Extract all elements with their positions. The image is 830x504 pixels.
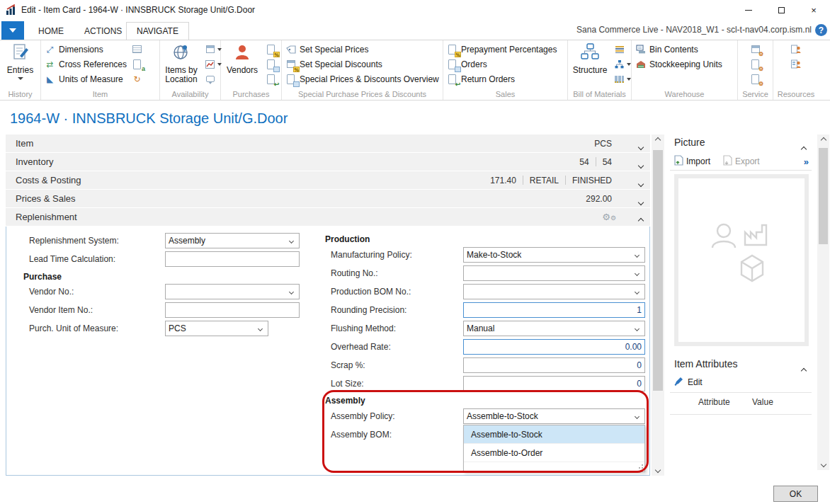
fasttab-item[interactable]: Item PCS xyxy=(6,134,650,152)
rounding-precision-input[interactable] xyxy=(463,302,645,318)
expand-chevron-icon[interactable] xyxy=(638,144,644,150)
collapse-chevron-icon[interactable] xyxy=(801,368,807,374)
special-prices-discounts-overview-button[interactable]: Special Prices & Discounts Overview xyxy=(285,71,440,86)
posting-group-value: RETAIL xyxy=(530,176,559,185)
bin-contents-icon xyxy=(635,44,647,55)
set-special-prices-button[interactable]: Set Special Prices xyxy=(285,42,440,57)
group-label-availability: Availability xyxy=(160,90,220,98)
scrap-pct-input[interactable] xyxy=(463,357,645,373)
expand-chevron-icon[interactable] xyxy=(638,200,644,205)
inventory-posting-group-value: FINISHED xyxy=(572,176,612,185)
prepayment-percentages-button[interactable]: % Prepayment Percentages xyxy=(446,42,564,57)
fasttab-replenishment[interactable]: Replenishment ⚙⚙ xyxy=(6,208,650,226)
fasttab-costs-posting[interactable]: Costs & Posting 171.40 RETAIL FINISHED xyxy=(6,171,650,189)
items-by-location-label: Items by Location xyxy=(165,66,197,84)
factbox-scrollbar[interactable] xyxy=(817,134,829,470)
vendors-button[interactable]: Vendors xyxy=(224,42,261,86)
bom-where-used-icon[interactable] xyxy=(613,74,625,85)
purchase-prepayment-icon[interactable]: % xyxy=(265,44,277,55)
fasttab-inventory[interactable]: Inventory 54 54 xyxy=(6,153,650,171)
resource-skills-icon[interactable] xyxy=(790,59,802,70)
expand-chevron-icon[interactable] xyxy=(638,163,644,168)
import-button[interactable]: Import xyxy=(674,155,710,168)
cross-references-button[interactable]: ⇄ Cross References xyxy=(44,57,127,71)
bin-contents-button[interactable]: Bin Contents xyxy=(635,42,734,57)
purchase-return-orders-icon[interactable]: ↩ xyxy=(265,74,277,85)
bom-hierarchy-icon[interactable] xyxy=(613,59,625,70)
lead-time-calculation-input[interactable] xyxy=(165,251,300,267)
assembly-policy-combobox[interactable]: Assemble-to-Stock xyxy=(463,408,645,424)
fasttab-prices-sales[interactable]: Prices & Sales 292.00 xyxy=(6,190,650,207)
personalize-gears-icon[interactable]: ⚙⚙ xyxy=(602,212,616,222)
export-button[interactable]: Export xyxy=(723,155,760,168)
tab-home[interactable]: HOME xyxy=(28,22,74,40)
assembly-policy-label: Assembly Policy: xyxy=(331,411,395,421)
manufacturing-policy-value: Make-to-Stock xyxy=(467,250,635,260)
resource-person-icon[interactable] xyxy=(790,44,802,55)
option-label: Assemble-to-Stock xyxy=(471,430,542,440)
translations-icon[interactable]: a xyxy=(131,59,143,70)
orders-button[interactable]: Orders xyxy=(446,57,564,71)
group-label-service: Service xyxy=(738,90,773,98)
dimensions-button[interactable]: ⤢ Dimensions xyxy=(44,42,127,57)
units-of-measure-icon: ◣ xyxy=(44,74,56,85)
scroll-up-icon[interactable] xyxy=(655,137,661,143)
return-orders-button[interactable]: ↩ Return Orders xyxy=(446,71,564,86)
service-orders-icon[interactable]: ⚙ xyxy=(749,59,761,70)
ok-button[interactable]: OK xyxy=(773,486,818,502)
expand-chevron-icon[interactable] xyxy=(638,181,644,187)
production-bom-no-label: Production BOM No.: xyxy=(331,287,411,297)
set-special-discounts-button[interactable]: % Set Special Discounts xyxy=(285,57,440,71)
dropdown-option-assemble-to-order[interactable]: Assemble-to-Order xyxy=(464,444,644,462)
tab-actions[interactable]: ACTIONS xyxy=(74,22,132,40)
close-button[interactable]: × xyxy=(797,0,830,20)
scroll-up-icon[interactable] xyxy=(820,137,826,143)
collapse-chevron-icon[interactable] xyxy=(638,218,644,224)
attribute-column-header: Attribute xyxy=(698,397,730,407)
vendor-item-no-input[interactable] xyxy=(165,302,300,318)
items-by-location-button[interactable]: Items by Location xyxy=(163,42,200,86)
availability-by-period-icon[interactable] xyxy=(204,44,216,55)
flushing-method-combobox[interactable]: Manual xyxy=(463,321,645,336)
minimize-button[interactable] xyxy=(732,0,765,20)
purch-unit-of-measure-combobox[interactable]: PCS xyxy=(165,321,268,336)
dropdown-option-assemble-to-stock[interactable]: Assemble-to-Stock xyxy=(464,425,644,444)
production-bom-no-combobox[interactable] xyxy=(463,284,645,299)
cross-references-label: Cross References xyxy=(59,59,127,69)
bom-layers-icon[interactable] xyxy=(613,44,625,55)
scroll-down-icon[interactable] xyxy=(655,467,661,473)
ribbon-group-history: Entries History xyxy=(0,40,41,100)
scroll-down-icon[interactable] xyxy=(820,462,826,467)
replenishment-system-combobox[interactable]: Assembly xyxy=(165,233,300,248)
scrollbar-thumb[interactable] xyxy=(653,150,663,391)
troubleshooting-icon[interactable]: ⚙ xyxy=(749,74,761,85)
collapse-chevron-icon[interactable] xyxy=(801,147,807,152)
edit-attributes-button[interactable]: Edit xyxy=(674,377,703,388)
timeline-chart-icon[interactable] xyxy=(204,59,216,70)
purchase-orders-icon[interactable] xyxy=(265,59,277,70)
comments-icon[interactable] xyxy=(204,74,216,85)
vendor-no-combobox[interactable] xyxy=(165,284,300,299)
service-items-icon[interactable]: ⚙ xyxy=(749,44,761,55)
main-scrollbar[interactable] xyxy=(652,134,664,476)
more-actions-chevrons[interactable]: » xyxy=(804,156,809,167)
stockkeeping-units-button[interactable]: Stockkeeping Units xyxy=(635,57,734,71)
lot-size-input[interactable] xyxy=(463,376,645,391)
units-of-measure-button[interactable]: ◣ Units of Measure xyxy=(44,71,127,86)
tab-navigate[interactable]: NAVIGATE xyxy=(126,22,189,40)
scrollbar-thumb[interactable] xyxy=(819,148,828,244)
routing-no-combobox[interactable] xyxy=(463,265,645,281)
application-menu-button[interactable] xyxy=(1,21,24,40)
structure-button[interactable]: Structure xyxy=(571,42,609,86)
manufacturing-policy-combobox[interactable]: Make-to-Stock xyxy=(463,247,645,263)
attributes-list-icon[interactable] xyxy=(131,44,143,55)
adjust-units-icon[interactable]: ↻ xyxy=(131,74,143,85)
overhead-rate-input[interactable] xyxy=(463,339,645,355)
globe-pin-icon xyxy=(172,43,191,64)
maximize-button[interactable] xyxy=(765,0,797,20)
entries-button[interactable]: Entries xyxy=(3,42,38,81)
chevron-down-icon xyxy=(635,289,639,294)
help-icon[interactable]: ? xyxy=(815,24,827,36)
set-special-discounts-label: Set Special Discounts xyxy=(300,59,382,69)
dropdown-resize-grip[interactable] xyxy=(464,462,644,471)
